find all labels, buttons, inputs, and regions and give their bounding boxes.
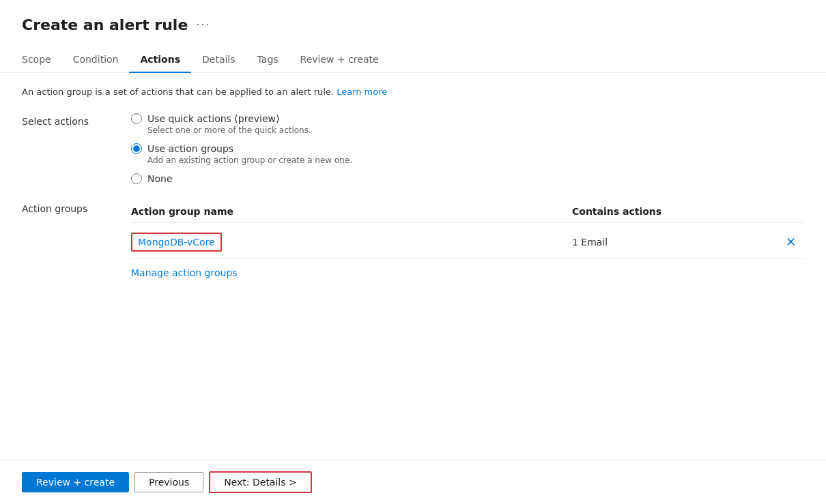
ag-row-name: MongoDB-vCore xyxy=(131,233,572,252)
content-area: An action group is a set of actions that… xyxy=(0,73,826,460)
tabs-bar: Scope Condition Actions Details Tags Rev… xyxy=(0,47,826,73)
col-header-actions: Contains actions xyxy=(572,206,777,217)
quick-actions-radio[interactable] xyxy=(131,113,142,124)
tab-details[interactable]: Details xyxy=(191,47,246,73)
action-groups-label: Action groups xyxy=(22,201,131,278)
action-groups-desc: Add an existing action group or create a… xyxy=(147,155,804,165)
radio-none: None xyxy=(131,173,804,184)
tab-review-create[interactable]: Review + create xyxy=(289,47,390,73)
tab-scope[interactable]: Scope xyxy=(22,47,62,73)
ag-row-actions: 1 Email xyxy=(572,237,777,248)
col-header-name: Action group name xyxy=(131,206,572,217)
action-groups-label[interactable]: Use action groups xyxy=(147,143,233,154)
footer: Review + create Previous Next: Details > xyxy=(0,460,826,504)
radio-quick-actions: Use quick actions (preview) Select one o… xyxy=(131,113,804,135)
more-options-icon[interactable]: ··· xyxy=(196,18,210,31)
tab-actions[interactable]: Actions xyxy=(129,47,191,73)
none-radio[interactable] xyxy=(131,173,142,184)
remove-action-group-button[interactable]: ✕ xyxy=(786,236,796,248)
info-bar: An action group is a set of actions that… xyxy=(22,87,804,97)
next-details-button[interactable]: Next: Details > xyxy=(209,471,312,493)
radio-group: Use quick actions (preview) Select one o… xyxy=(131,113,804,184)
action-groups-content: Action group name Contains actions Mongo… xyxy=(131,201,804,278)
col-header-remove xyxy=(777,206,804,217)
action-groups-radio[interactable] xyxy=(131,143,142,154)
tab-condition[interactable]: Condition xyxy=(62,47,130,73)
select-actions-label: Select actions xyxy=(22,113,131,184)
previous-button[interactable]: Previous xyxy=(134,472,203,492)
quick-actions-desc: Select one or more of the quick actions. xyxy=(147,125,804,135)
page-title: Create an alert rule xyxy=(22,16,188,33)
tab-tags[interactable]: Tags xyxy=(246,47,289,73)
ag-row-remove: ✕ xyxy=(777,236,804,248)
quick-actions-label[interactable]: Use quick actions (preview) xyxy=(147,113,279,124)
select-actions-content: Use quick actions (preview) Select one o… xyxy=(131,113,804,184)
radio-action-groups: Use action groups Add an existing action… xyxy=(131,143,804,165)
review-create-button[interactable]: Review + create xyxy=(22,472,129,492)
action-groups-section: Action groups Action group name Contains… xyxy=(22,201,804,278)
info-text: An action group is a set of actions that… xyxy=(22,87,334,97)
learn-more-link[interactable]: Learn more xyxy=(337,87,387,97)
none-label[interactable]: None xyxy=(147,173,173,184)
select-actions-section: Select actions Use quick actions (previe… xyxy=(22,113,804,184)
ag-table-header: Action group name Contains actions xyxy=(131,201,804,223)
action-group-name-link[interactable]: MongoDB-vCore xyxy=(131,233,222,252)
page-header: Create an alert rule ··· xyxy=(0,0,826,33)
manage-action-groups-link[interactable]: Manage action groups xyxy=(131,267,238,278)
table-row: MongoDB-vCore 1 Email ✕ xyxy=(131,226,804,259)
